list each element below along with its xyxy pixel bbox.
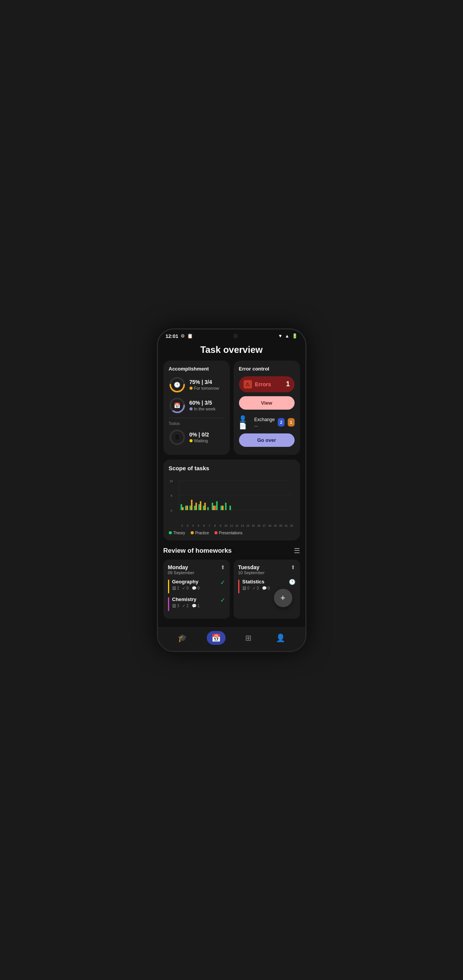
battery-icon: 🔋 (292, 333, 298, 339)
progress-label-3: Waiting (189, 438, 224, 443)
accomplishment-card: Accomplishment 🕐 75% | 3/4 (163, 361, 230, 455)
monday-date: 09 September (168, 570, 194, 575)
fab-button[interactable]: + (274, 589, 292, 607)
statistics-name: Statistics (242, 579, 286, 585)
x-labels: 2 3 4 5 6 7 8 9 10 11 12 13 14 15 16 17 (169, 524, 295, 527)
progress-info-2: 60% | 3/5 In the week (189, 400, 224, 411)
svg-rect-25 (213, 506, 214, 510)
nav-hat[interactable]: 🎓 (173, 631, 192, 645)
tuesday-header: Tuesday 10 September ⬆ (238, 564, 295, 575)
view-button[interactable]: View (239, 396, 295, 410)
svg-rect-23 (207, 507, 209, 510)
progress-row-3: 🗓 0% | 0/2 Waiting (169, 429, 224, 446)
svg-rect-30 (225, 502, 226, 510)
legend-practice: Practice (191, 531, 209, 535)
geography-check: ✓ (220, 579, 225, 586)
review-header: Review of homeworks ☰ (163, 547, 300, 555)
tuesday-date: 10 September (238, 570, 265, 575)
stat-stat-1: 🖼 0 (242, 586, 250, 590)
dot-1 (189, 387, 193, 390)
progress-pct-1: 75% | 3/4 (189, 379, 224, 385)
phone-shell: 12:01 ⚙ 📋 ▼ ▲ 🔋 Task overview Accomplish… (157, 328, 306, 652)
divider (169, 418, 224, 418)
chemistry-name: Chemistry (172, 596, 217, 602)
error-control-card: Error control ⚠ Errors 1 View 👤📄 Exchang… (234, 361, 300, 455)
list-icon[interactable]: ☰ (294, 547, 300, 555)
hat-icon: 🎓 (178, 633, 187, 642)
svg-rect-13 (185, 506, 186, 510)
nav-grid[interactable]: ⊞ (241, 631, 256, 645)
progress-label-1: For tomorrow (189, 386, 224, 390)
svg-rect-24 (211, 502, 213, 510)
badge-orange: 1 (288, 418, 295, 427)
presentations-label: Presentations (219, 531, 242, 535)
main-content: Accomplishment 🕐 75% | 3/4 (158, 361, 305, 651)
monday-name: Monday (168, 564, 194, 570)
accomplishment-title: Accomplishment (169, 366, 224, 372)
exchange-icon: 👤📄 (239, 415, 251, 430)
svg-rect-12 (182, 507, 183, 510)
error-control-title: Error control (239, 366, 295, 372)
svg-rect-22 (204, 502, 206, 510)
progress-info-3: 0% | 0/2 Waiting (189, 432, 224, 443)
monday-share-icon[interactable]: ⬆ (221, 564, 225, 570)
nav-person[interactable]: 👤 (271, 631, 290, 645)
chart-svg: 10 5 0 (169, 476, 295, 522)
status-bar: 12:01 ⚙ 📋 ▼ ▲ 🔋 (158, 329, 305, 341)
svg-rect-29 (222, 506, 223, 510)
dot-2 (189, 407, 193, 410)
todos-label: Todos (169, 421, 224, 426)
chem-stat-2: ✓ 2 (182, 604, 189, 608)
legend-theory: Theory (169, 531, 185, 535)
scope-card: Scope of tasks 10 5 0 (163, 460, 300, 540)
chemistry-check: ✓ (220, 596, 225, 604)
monday-card: Monday 09 September ⬆ Geography 🖼 2 ✓ 0 (163, 560, 230, 619)
ring-1: 🕐 (169, 376, 186, 393)
warning-icon: ⚠ (244, 380, 252, 389)
monday-header: Monday 09 September ⬆ (168, 564, 225, 575)
geography-name: Geography (172, 579, 217, 585)
chart-legend: Theory Practice Presentations (169, 531, 295, 535)
legend-presentations: Presentations (214, 531, 242, 535)
chart-area: 10 5 0 (169, 476, 295, 522)
error-count: 1 (286, 380, 290, 388)
grid-icon: ⊞ (245, 633, 252, 642)
tuesday-card: Tuesday 10 September ⬆ Statistics 🖼 0 ✓ (234, 560, 300, 619)
person-icon: 👤 (276, 633, 285, 642)
ring-2: 📅 (169, 397, 186, 414)
chem-stat-1: 🖼 3 (172, 604, 180, 608)
progress-info-1: 75% | 3/4 For tomorrow (189, 379, 224, 390)
page-title: Task overview (158, 341, 305, 361)
ring-3: 🗓 (169, 429, 186, 446)
progress-row-1: 🕐 75% | 3/4 For tomorrow (169, 376, 224, 393)
calendar-icon: 📅 (211, 633, 221, 642)
practice-dot (191, 531, 194, 534)
phone-screen: 12:01 ⚙ 📋 ▼ ▲ 🔋 Task overview Accomplish… (158, 329, 305, 651)
geo-stat-2: ✓ 0 (182, 586, 189, 590)
svg-rect-26 (214, 506, 216, 510)
wifi-icon: ▼ (278, 333, 283, 339)
chem-stat-3: 💬 1 (192, 604, 200, 608)
geography-bar (168, 580, 169, 593)
go-over-button[interactable]: Go over (239, 433, 295, 447)
cards-row: Accomplishment 🕐 75% | 3/4 (163, 361, 300, 455)
svg-text:0: 0 (170, 509, 172, 512)
progress-label-2: In the week (189, 407, 224, 411)
svg-rect-15 (189, 506, 191, 510)
tuesday-share-icon[interactable]: ⬆ (291, 564, 295, 570)
gear-icon: ⚙ (181, 333, 185, 339)
geo-stat-1: 🖼 2 (172, 586, 180, 590)
svg-rect-11 (180, 504, 182, 510)
svg-rect-16 (191, 499, 192, 510)
geo-stat-3: 💬 0 (192, 586, 200, 590)
errors-button[interactable]: ⚠ Errors 1 (239, 376, 295, 392)
badge-blue: 2 (278, 418, 285, 427)
stat-stat-3: 💬 0 (262, 586, 270, 590)
theory-label: Theory (173, 531, 185, 535)
errors-label: Errors (255, 381, 271, 387)
geography-info: Geography 🖼 2 ✓ 0 💬 0 (172, 579, 217, 590)
presentations-dot (214, 531, 217, 534)
nav-calendar[interactable]: 📅 (207, 631, 226, 645)
svg-rect-18 (195, 502, 197, 510)
review-title: Review of homeworks (163, 547, 232, 555)
